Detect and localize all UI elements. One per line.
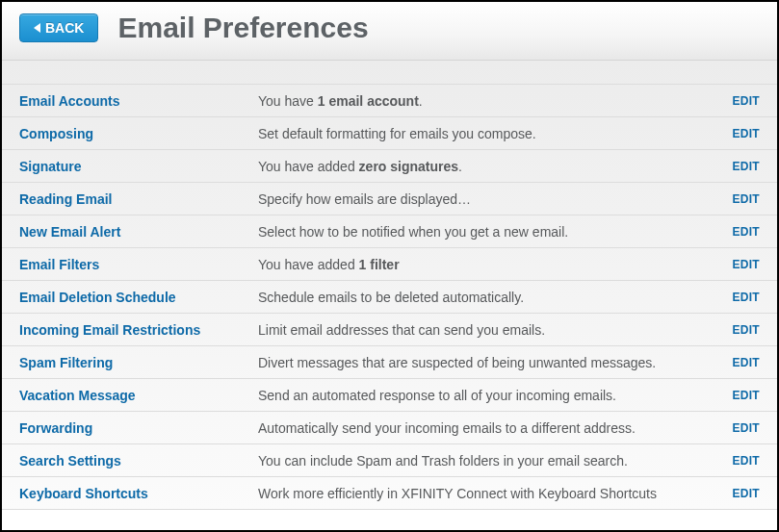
- page-title: Email Preferences: [117, 12, 368, 44]
- description-pre: Specify how emails are displayed…: [258, 191, 471, 207]
- preference-description: Specify how emails are displayed…: [258, 191, 732, 207]
- preference-description: You have added 1 filter: [258, 257, 732, 272]
- preference-label[interactable]: Email Filters: [19, 257, 258, 272]
- preference-label[interactable]: Composing: [19, 126, 258, 141]
- description-bold: zero signatures: [359, 159, 458, 174]
- preference-row: Spam FilteringDivert messages that are s…: [2, 346, 777, 379]
- preference-description: Select how to be notified when you get a…: [258, 224, 732, 240]
- edit-link[interactable]: EDIT: [732, 160, 760, 173]
- preference-row: Search SettingsYou can include Spam and …: [2, 444, 777, 477]
- preference-label[interactable]: Email Deletion Schedule: [19, 290, 258, 305]
- edit-link[interactable]: EDIT: [732, 389, 760, 402]
- back-button-label: BACK: [45, 20, 84, 36]
- description-post: .: [458, 159, 462, 174]
- preference-label[interactable]: Vacation Message: [19, 388, 258, 403]
- preference-label[interactable]: Keyboard Shortcuts: [19, 486, 258, 501]
- description-post: .: [419, 93, 423, 109]
- preference-description: Automatically send your incoming emails …: [258, 420, 732, 436]
- description-pre: You have added: [258, 159, 359, 174]
- description-pre: Work more efficiently in XFINITY Connect…: [258, 486, 657, 501]
- preference-description: Divert messages that are suspected of be…: [258, 355, 732, 370]
- edit-link[interactable]: EDIT: [732, 94, 760, 108]
- edit-link[interactable]: EDIT: [732, 291, 760, 304]
- edit-link[interactable]: EDIT: [732, 127, 760, 140]
- preference-row: Email Deletion ScheduleSchedule emails t…: [2, 281, 777, 314]
- preference-row: ForwardingAutomatically send your incomi…: [2, 412, 777, 444]
- chevron-left-icon: [34, 23, 40, 33]
- edit-link[interactable]: EDIT: [732, 258, 760, 271]
- preference-description: You have added zero signatures.: [258, 159, 732, 174]
- preference-label[interactable]: Search Settings: [19, 453, 258, 469]
- description-pre: Divert messages that are suspected of be…: [258, 355, 656, 370]
- preference-label[interactable]: Spam Filtering: [19, 355, 258, 370]
- description-pre: Set default formatting for emails you co…: [258, 126, 536, 141]
- edit-link[interactable]: EDIT: [732, 487, 760, 500]
- back-button[interactable]: BACK: [19, 13, 98, 42]
- preference-label[interactable]: Reading Email: [19, 191, 258, 207]
- preference-description: Limit email addresses that can send you …: [258, 322, 732, 338]
- page-header: BACK Email Preferences: [2, 2, 777, 61]
- preference-row: SignatureYou have added zero signatures.…: [2, 150, 777, 183]
- preference-row: New Email AlertSelect how to be notified…: [2, 215, 777, 248]
- preference-description: Send an automated response to all of you…: [258, 388, 732, 403]
- edit-link[interactable]: EDIT: [732, 454, 760, 468]
- edit-link[interactable]: EDIT: [732, 225, 760, 239]
- description-pre: Select how to be notified when you get a…: [258, 224, 568, 240]
- description-pre: Send an automated response to all of you…: [258, 388, 616, 403]
- edit-link[interactable]: EDIT: [732, 356, 760, 369]
- preference-row: Keyboard ShortcutsWork more efficiently …: [2, 477, 777, 510]
- preference-row: Vacation MessageSend an automated respon…: [2, 379, 777, 412]
- preference-label[interactable]: Email Accounts: [19, 93, 258, 109]
- preference-description: You have 1 email account.: [258, 93, 732, 109]
- preference-description: You can include Spam and Trash folders i…: [258, 453, 732, 469]
- description-pre: You can include Spam and Trash folders i…: [258, 453, 628, 469]
- preference-label[interactable]: Signature: [19, 159, 258, 174]
- preference-label[interactable]: Incoming Email Restrictions: [19, 322, 258, 338]
- preference-description: Set default formatting for emails you co…: [258, 126, 732, 141]
- preference-description: Schedule emails to be deleted automatica…: [258, 290, 732, 305]
- edit-link[interactable]: EDIT: [732, 421, 760, 435]
- preferences-content: Email AccountsYou have 1 email account.E…: [2, 61, 777, 510]
- description-pre: You have added: [258, 257, 359, 272]
- edit-link[interactable]: EDIT: [732, 192, 760, 206]
- preference-row: Email FiltersYou have added 1 filterEDIT: [2, 248, 777, 281]
- description-bold: 1 filter: [359, 257, 400, 272]
- description-pre: Schedule emails to be deleted automatica…: [258, 290, 524, 305]
- preference-label[interactable]: Forwarding: [19, 420, 258, 436]
- description-bold: 1 email account: [318, 93, 419, 109]
- description-pre: Limit email addresses that can send you …: [258, 322, 545, 338]
- description-pre: Automatically send your incoming emails …: [258, 420, 636, 436]
- preference-row: ComposingSet default formatting for emai…: [2, 117, 777, 150]
- preferences-list: Email AccountsYou have 1 email account.E…: [2, 84, 777, 510]
- preference-label[interactable]: New Email Alert: [19, 224, 258, 240]
- description-pre: You have: [258, 93, 318, 109]
- preference-row: Email AccountsYou have 1 email account.E…: [2, 85, 777, 117]
- preference-row: Reading EmailSpecify how emails are disp…: [2, 183, 777, 215]
- preference-row: Incoming Email RestrictionsLimit email a…: [2, 314, 777, 346]
- preference-description: Work more efficiently in XFINITY Connect…: [258, 486, 732, 501]
- edit-link[interactable]: EDIT: [732, 323, 760, 337]
